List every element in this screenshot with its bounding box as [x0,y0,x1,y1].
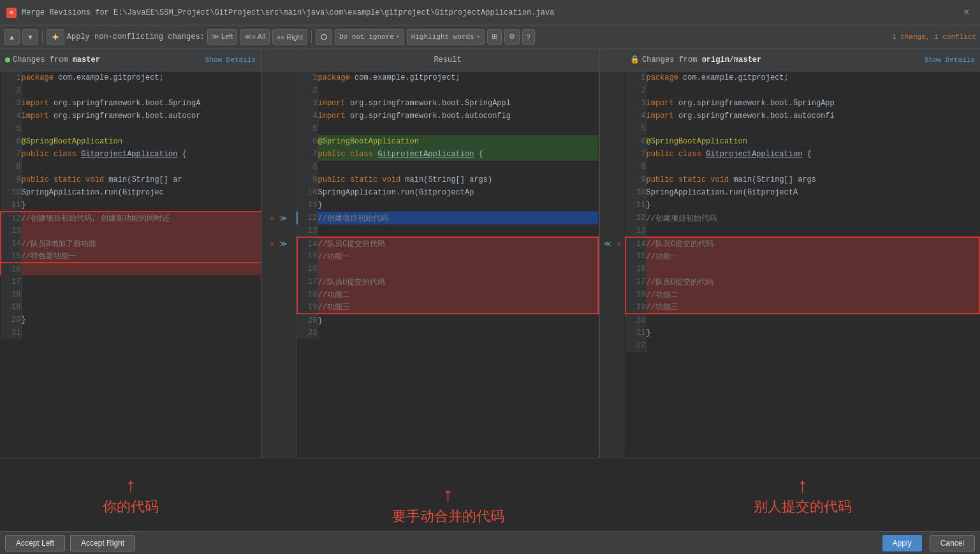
right-show-details[interactable]: Show Details [925,56,975,64]
right-code-row: 16 [625,263,979,275]
line-number: 13 [1,224,21,237]
right-gutter-row [600,84,625,97]
line-number: 12 [625,212,646,224]
app-window: ⚙ Merge Revisions for E:\JavaEE\SSM_Proj… [0,0,980,554]
line-code: public static void main(String[] args) [318,173,598,186]
line-code [318,122,598,135]
apply-left-button[interactable]: ≫ Left [207,29,237,45]
help-button[interactable]: ? [522,29,535,45]
result-code-row: 2 [297,84,598,97]
gear-button[interactable]: ⚙ [504,29,520,45]
next-change-button[interactable]: ▼ [22,29,38,45]
line-number: 6 [1,135,21,148]
gutter-reject-button[interactable]: ✕ [270,215,274,222]
gutter-cell [261,199,296,212]
left-code-row: 1 package com.example.gitproject; [1,71,261,84]
title-bar: ⚙ Merge Revisions for E:\JavaEE\SSM_Proj… [0,0,980,26]
line-number: 15 [625,250,646,263]
left-annotation-text: 你的代码 [103,497,159,516]
line-code [21,84,261,97]
right-gutter-row [600,339,625,352]
conflict-status: 1 change, 1 conflict [892,33,976,41]
grid-button[interactable]: ⊞ [487,29,502,45]
line-number: 17 [297,275,318,288]
left-panel-content: 1 package com.example.gitproject;2 3 imp… [0,71,261,458]
gutter-reject-button[interactable]: ✕ [270,240,274,248]
right-code-row: 20 [625,314,979,326]
right-gutter-accept-button[interactable]: ≪ [604,240,611,248]
gutter-row [261,110,296,122]
line-number: 1 [1,71,21,84]
ignore-label: Do not ignore [339,33,394,41]
line-code: import org.springframework.boot.SpringAp… [646,97,979,110]
left-code-row: 3 import org.springframework.boot.Spring… [1,97,261,110]
right-gutter-cell [600,250,625,263]
magic-button[interactable] [47,29,64,45]
line-number: 3 [625,97,646,110]
line-number: 3 [297,97,318,110]
gutter-cell [261,122,296,135]
line-code [646,339,979,352]
line-code: } [646,326,979,339]
result-code-row: 20 } [297,314,598,326]
line-code [318,224,598,237]
line-code: @SpringBootApplication [646,135,979,148]
right-gutter-cell [600,71,625,84]
right-gutter-cell [600,186,625,199]
apply-right-button[interactable]: «« Right [272,29,307,45]
line-number: 6 [625,135,646,148]
line-number: 14 [297,237,318,250]
merge-gutter: ✕ ≫✕ ≫ [261,48,296,458]
highlight-dropdown[interactable]: Highlight words ▾ [407,29,485,45]
left-code-row: 7 public class GitprojectApplication { [1,148,261,161]
close-button[interactable]: × [963,8,974,18]
gutter-cell: ✕ ≫ [261,212,296,224]
apply-button[interactable]: Apply [882,535,922,551]
line-number: 8 [1,161,21,173]
ignore-dropdown[interactable]: Do not ignore ▾ [335,29,404,45]
cancel-button[interactable]: Cancel [930,535,975,551]
left-code-row: 2 [1,84,261,97]
line-number: 19 [297,301,318,314]
right-branch-name: origin/master [702,55,762,64]
line-code [646,84,979,97]
right-code-row: 13 [625,224,979,237]
line-number: 7 [1,148,21,161]
right-panel-content: 1 package com.example.gitproject;2 3 imp… [625,71,980,458]
line-number: 4 [1,110,21,122]
gutter-row [261,148,296,161]
apply-all-button[interactable]: ≪« All [240,29,270,45]
left-show-details[interactable]: Show Details [205,56,256,64]
right-gutter-row [600,199,625,212]
gutter-cell [261,224,296,237]
line-number: 8 [297,161,318,173]
line-number: 22 [625,339,646,352]
gutter-cell [261,275,296,288]
line-number: 17 [625,275,646,288]
line-number: 13 [297,224,318,237]
line-number: 2 [625,84,646,97]
gutter-accept-button[interactable]: ≫ [280,215,288,222]
prev-change-button[interactable]: ▲ [4,29,20,45]
line-code: @SpringBootApplication [318,135,598,148]
result-code-scroll[interactable]: 1 package com.example.gitproject;2 3 imp… [296,71,599,458]
gutter-accept-button[interactable]: ≫ [280,240,288,248]
right-gutter-cell: ≪ ✕ [600,237,625,250]
accept-left-button[interactable]: Accept Left [5,535,65,551]
line-number: 20 [1,314,21,326]
annotations-area: ↑ 你的代码 ↑ 要手动合并的代码 ↑ 别人提交的代码 [0,458,980,531]
line-code: //队员B增加了新功能 [21,237,261,250]
right-gutter-cell [600,110,625,122]
gutter-cell [261,314,296,326]
line-number: 7 [297,148,318,161]
accept-right-button[interactable]: Accept Right [70,535,135,551]
right-gutter-annotation-space [599,458,625,531]
right-gutter-reject-button[interactable]: ✕ [617,240,621,248]
gutter-row [261,301,296,314]
left-code-scroll[interactable]: 1 package com.example.gitproject;2 3 imp… [0,71,261,458]
line-code: //特色新功能一 [21,250,261,263]
options-button[interactable] [316,29,332,45]
right-code-scroll[interactable]: 1 package com.example.gitproject;2 3 imp… [625,71,980,458]
right-code-row: 11 } [625,199,979,212]
line-code: public class GitprojectApplication { [318,148,598,161]
